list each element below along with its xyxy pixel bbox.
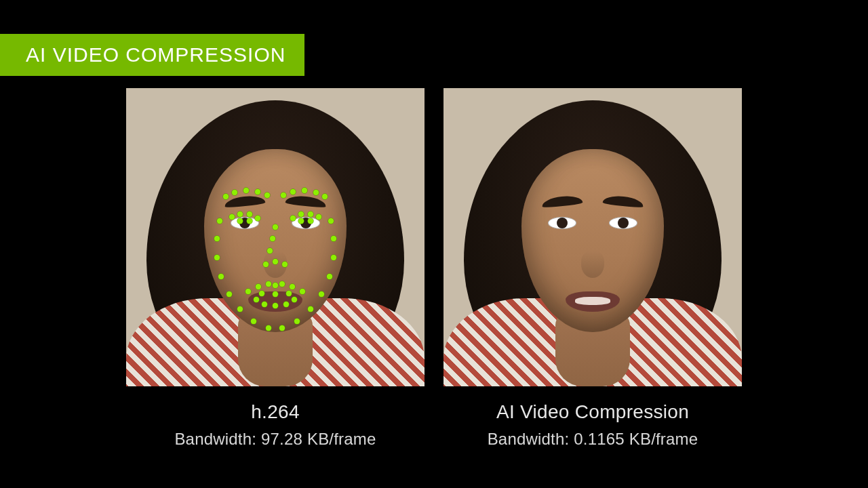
- bandwidth-label-right: Bandwidth: 0.1165 KB/frame: [488, 430, 698, 449]
- panel-h264: h.264 Bandwidth: 97.28 KB/frame: [126, 88, 425, 449]
- portrait-eye-right: [292, 217, 320, 229]
- portrait-eye-left: [231, 217, 259, 229]
- caption-right: AI Video Compression Bandwidth: 0.1165 K…: [488, 401, 698, 449]
- portrait-eye-left: [548, 217, 576, 229]
- codec-label-right: AI Video Compression: [488, 401, 698, 423]
- portrait-nose: [264, 251, 287, 278]
- portrait-eye-right: [609, 217, 637, 229]
- codec-label-left: h.264: [174, 401, 376, 423]
- slide-title-chip: AI VIDEO COMPRESSION: [0, 34, 304, 76]
- caption-left: h.264 Bandwidth: 97.28 KB/frame: [174, 401, 376, 449]
- video-frame-left: [126, 88, 425, 386]
- comparison-row: h.264 Bandwidth: 97.28 KB/frame AI Video…: [126, 88, 742, 449]
- bandwidth-label-left: Bandwidth: 97.28 KB/frame: [174, 430, 376, 449]
- portrait-nose: [581, 251, 604, 278]
- slide-title: AI VIDEO COMPRESSION: [26, 43, 285, 66]
- panel-ai: AI Video Compression Bandwidth: 0.1165 K…: [443, 88, 742, 449]
- video-frame-right: [443, 88, 742, 386]
- comparison-slide: AI VIDEO COMPRESSION h.264 Bandwidth: 97…: [0, 0, 868, 488]
